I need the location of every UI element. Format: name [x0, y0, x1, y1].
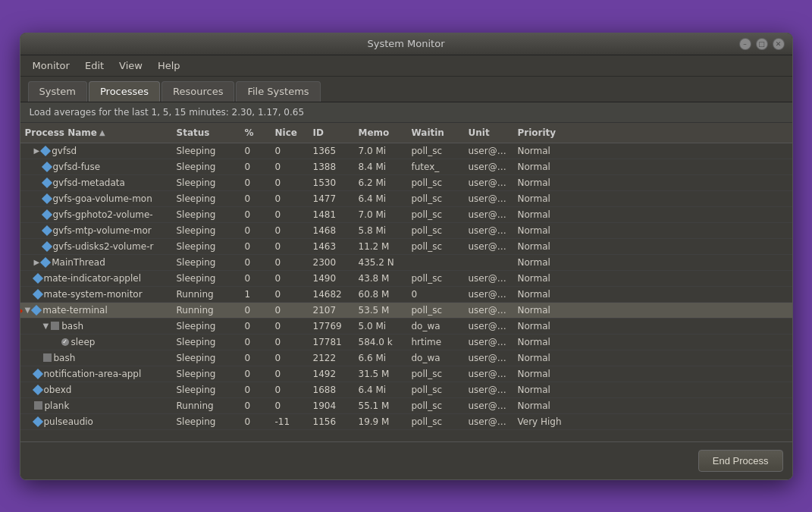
svg-marker-0 — [20, 306, 23, 316]
tab-system[interactable]: System — [28, 81, 87, 102]
process-icon — [51, 322, 59, 330]
table-row[interactable]: mate-system-monitor Running 1 0 14682 60… — [20, 287, 792, 303]
process-icon — [32, 368, 42, 379]
process-icon — [41, 225, 52, 235]
process-name-cell: mate-system-monitor — [20, 287, 172, 301]
menubar: Monitor Edit View Help — [20, 55, 792, 77]
process-icon — [41, 193, 52, 203]
expand-icon[interactable]: ▶ — [34, 258, 40, 266]
table-header: Process Name ▲ Status % Nice ID Memo Wai… — [20, 123, 792, 143]
process-name-cell: gvfsd-metadata — [20, 176, 172, 190]
process-icon: ✓ — [61, 338, 69, 346]
titlebar: System Monitor – □ ✕ — [20, 33, 792, 55]
table-row[interactable]: ▼ bash Sleeping 0 0 17769 5.0 Mi do_wa u… — [20, 319, 792, 335]
col-status[interactable]: Status — [172, 126, 240, 140]
tabs-bar: System Processes Resources File Systems — [20, 77, 792, 102]
process-name-cell: plank — [20, 399, 172, 413]
table-row[interactable]: gvfs-gphoto2-volume- Sleeping 0 0 1481 7… — [20, 207, 792, 223]
process-icon — [32, 384, 42, 394]
process-icon — [40, 256, 51, 267]
col-process-name[interactable]: Process Name ▲ — [20, 126, 172, 140]
table-row[interactable]: gvfs-goa-volume-mon Sleeping 0 0 1477 6.… — [20, 191, 792, 207]
process-icon — [41, 209, 52, 219]
process-icon — [32, 272, 42, 283]
table-row[interactable]: ▶ gvfsd Sleeping 0 0 1365 7.0 Mi poll_sc… — [20, 143, 792, 159]
end-process-button[interactable]: End Process — [698, 450, 783, 472]
expand-icon[interactable]: ▶ — [34, 146, 40, 155]
cpu-cell: 0 — [240, 144, 271, 158]
priority-cell: Normal — [513, 144, 574, 158]
process-name-cell: ▶ gvfsd — [20, 144, 172, 158]
process-name-cell: ▶ MainThread — [20, 256, 172, 269]
process-name-cell: notification-area-appl — [20, 367, 172, 381]
col-id[interactable]: ID — [309, 126, 354, 140]
table-row[interactable]: plank Running 0 0 1904 55.1 M poll_sc us… — [20, 398, 792, 414]
unit-cell: user@100 — [464, 144, 513, 158]
nice-cell: 0 — [271, 144, 309, 158]
footer: End Process — [20, 441, 792, 479]
table-row[interactable]: gvfsd-fuse Sleeping 0 0 1388 8.4 Mi fute… — [20, 159, 792, 175]
process-name-cell: ▼ mate-terminal — [20, 303, 172, 317]
process-name-cell: gvfs-goa-volume-mon — [20, 192, 172, 206]
sort-arrow: ▲ — [99, 128, 105, 137]
status-cell: Sleeping — [172, 144, 240, 158]
col-unit[interactable]: Unit — [464, 126, 513, 140]
table-row[interactable]: mate-indicator-applel Sleeping 0 0 1490 … — [20, 271, 792, 287]
table-row[interactable]: gvfsd-metadata Sleeping 0 0 1530 6.2 Mi … — [20, 175, 792, 191]
process-icon — [41, 177, 52, 187]
menu-edit[interactable]: Edit — [79, 58, 110, 74]
table-row[interactable]: gvfs-mtp-volume-mor Sleeping 0 0 1468 5.… — [20, 223, 792, 239]
table-row[interactable]: gvfs-udisks2-volume-r Sleeping 0 0 1463 … — [20, 239, 792, 255]
table-row[interactable]: pulseaudio Sleeping 0 -11 1156 19.9 M po… — [20, 414, 792, 430]
process-table: Process Name ▲ Status % Nice ID Memo Wai… — [20, 123, 792, 441]
minimize-button[interactable]: – — [739, 38, 751, 50]
process-icon — [41, 161, 52, 171]
load-averages: Load averages for the last 1, 5, 15 minu… — [20, 102, 792, 123]
col-priority[interactable]: Priority — [513, 126, 574, 140]
process-name-cell: bash — [20, 351, 172, 365]
table-row[interactable]: bash Sleeping 0 0 2122 6.6 Mi do_wa user… — [20, 350, 792, 366]
col-waiting[interactable]: Waitin — [407, 126, 464, 140]
menu-view[interactable]: View — [113, 58, 149, 74]
table-row[interactable]: ▶ MainThread Sleeping 0 0 2300 435.2 N N… — [20, 255, 792, 271]
process-name-cell: gvfs-mtp-volume-mor — [20, 224, 172, 237]
process-icon — [32, 416, 42, 426]
process-name-cell: gvfs-gphoto2-volume- — [20, 208, 172, 221]
process-icon — [41, 240, 52, 251]
table-body[interactable]: ▶ gvfsd Sleeping 0 0 1365 7.0 Mi poll_sc… — [20, 143, 792, 441]
process-name-cell: ▼ bash — [20, 319, 172, 333]
table-row[interactable]: ✓ sleep Sleeping 0 0 17781 584.0 k hrtim… — [20, 335, 792, 350]
process-icon — [43, 353, 52, 362]
col-nice[interactable]: Nice — [271, 126, 309, 140]
tab-resources[interactable]: Resources — [161, 81, 234, 102]
id-cell: 1365 — [309, 144, 354, 158]
window-title: System Monitor — [74, 38, 739, 49]
process-icon — [31, 304, 42, 315]
process-name-cell: pulseaudio — [20, 415, 172, 429]
memory-cell: 7.0 Mi — [354, 144, 407, 158]
window-controls: – □ ✕ — [739, 38, 785, 50]
maximize-button[interactable]: □ — [756, 38, 768, 50]
process-icon — [32, 288, 42, 299]
col-cpu[interactable]: % — [240, 126, 271, 140]
table-row[interactable]: notification-area-appl Sleeping 0 0 1492… — [20, 366, 792, 382]
red-arrow-icon — [20, 305, 24, 317]
process-name-cell: gvfs-udisks2-volume-r — [20, 240, 172, 253]
expand-icon[interactable]: ▼ — [43, 322, 49, 330]
table-row-selected[interactable]: ▼ mate-terminal Running 0 0 2107 53.5 M … — [20, 303, 792, 319]
process-icon — [34, 401, 42, 410]
expand-icon[interactable]: ▼ — [25, 306, 31, 314]
main-window: System Monitor – □ ✕ Monitor Edit View H… — [20, 33, 793, 480]
process-name-cell: obexd — [20, 383, 172, 397]
waiting-cell: poll_sc — [407, 144, 464, 158]
close-button[interactable]: ✕ — [773, 38, 785, 50]
process-name-cell: gvfsd-fuse — [20, 160, 172, 174]
tab-filesystems[interactable]: File Systems — [236, 81, 320, 102]
process-name-cell: mate-indicator-applel — [20, 272, 172, 285]
menu-help[interactable]: Help — [152, 58, 187, 74]
menu-monitor[interactable]: Monitor — [27, 58, 76, 74]
table-row[interactable]: obexd Sleeping 0 0 1688 6.4 Mi poll_sc u… — [20, 382, 792, 398]
process-icon — [40, 145, 51, 155]
tab-processes[interactable]: Processes — [89, 81, 160, 102]
col-memory[interactable]: Memo — [354, 126, 407, 140]
